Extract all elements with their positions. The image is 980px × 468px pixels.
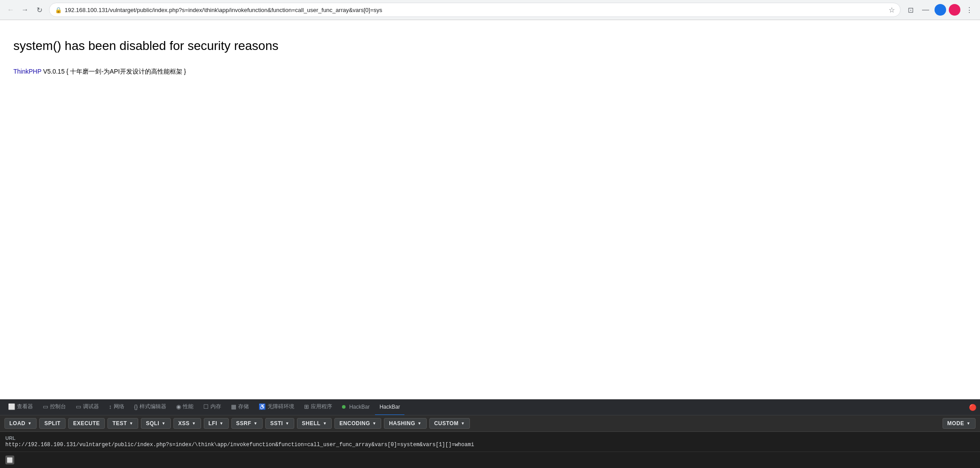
lfi-dropdown-arrow: ▼ bbox=[219, 421, 223, 426]
ssrf-label: SSRF bbox=[236, 420, 251, 427]
mode-dropdown-arrow: ▼ bbox=[967, 421, 971, 426]
hackbar-url-area: URL http://192.168.100.131/vulntarget/pu… bbox=[0, 432, 980, 452]
ssrf-dropdown-arrow: ▼ bbox=[254, 421, 258, 426]
tab-hackbar-ext[interactable]: HackBar bbox=[338, 399, 374, 415]
lfi-button[interactable]: LFI ▼ bbox=[204, 418, 229, 429]
test-dropdown-arrow: ▼ bbox=[129, 421, 133, 426]
tab-storage[interactable]: ▦ 存储 bbox=[226, 399, 253, 415]
inspector-icon: ⬜ bbox=[8, 403, 15, 410]
thinkphp-version: V5.0.15 { 十年磨一剑-为API开发设计的高性能框架 } bbox=[41, 68, 186, 75]
profile-avatar[interactable] bbox=[935, 4, 946, 16]
error-title: system() has been disabled for security … bbox=[13, 38, 967, 54]
tab-performance-label: 性能 bbox=[183, 403, 194, 410]
hackbar-bottom-icon: ⬜ bbox=[5, 456, 14, 464]
hackbar-toolbar: LOAD ▼ SPLIT EXECUTE TEST ▼ SQLI ▼ XSS ▼… bbox=[0, 415, 980, 432]
tab-debugger-label: 调试器 bbox=[83, 403, 99, 410]
thinkphp-link[interactable]: ThinkPHP bbox=[13, 68, 41, 75]
sqli-label: SQLI bbox=[146, 420, 159, 427]
network-icon: ↕ bbox=[109, 403, 112, 410]
encoding-button[interactable]: ENCODING ▼ bbox=[334, 418, 381, 429]
back-button[interactable]: ← bbox=[4, 4, 17, 16]
shell-label: SHELL bbox=[302, 420, 321, 427]
tab-debugger[interactable]: ▭ 调试器 bbox=[71, 399, 103, 415]
tab-console[interactable]: ▭ 控制台 bbox=[38, 399, 70, 415]
tab-memory[interactable]: ☐ 内存 bbox=[199, 399, 226, 415]
hashing-dropdown-arrow: ▼ bbox=[417, 421, 421, 426]
devtools-tabs: ⬜ 查看器 ▭ 控制台 ▭ 调试器 ↕ 网络 {} 样式编辑器 ◉ 性能 ☐ 内… bbox=[0, 399, 980, 415]
ssti-label: SSTI bbox=[270, 420, 283, 427]
reload-button[interactable]: ↻ bbox=[33, 4, 45, 16]
address-bar[interactable]: 🔒 192.168.100.131/vulntarget/public/inde… bbox=[49, 3, 901, 17]
tab-apps[interactable]: ⊞ 应用程序 bbox=[300, 399, 337, 415]
minimize-button[interactable]: — bbox=[919, 4, 932, 16]
sqli-dropdown-arrow: ▼ bbox=[161, 421, 165, 426]
hashing-button[interactable]: HASHING ▼ bbox=[384, 418, 426, 429]
tab-performance[interactable]: ◉ 性能 bbox=[172, 399, 198, 415]
tab-style-editor[interactable]: {} 样式编辑器 bbox=[130, 399, 171, 415]
tab-inspector[interactable]: ⬜ 查看器 bbox=[4, 399, 37, 415]
page-content: system() has been disabled for security … bbox=[0, 20, 980, 399]
browser-actions: ⊡ — ⋮ bbox=[904, 4, 976, 16]
hashing-label: HASHING bbox=[389, 420, 415, 427]
execute-button[interactable]: EXECUTE bbox=[68, 418, 105, 429]
accessibility-icon: ♿ bbox=[259, 403, 266, 410]
apps-icon: ⊞ bbox=[304, 403, 309, 410]
custom-label: CUSTOM bbox=[434, 420, 459, 427]
bookmark-icon[interactable]: ☆ bbox=[889, 6, 895, 14]
xss-button[interactable]: XSS ▼ bbox=[173, 418, 201, 429]
load-button[interactable]: LOAD ▼ bbox=[4, 418, 37, 429]
tab-storage-label: 存储 bbox=[238, 403, 249, 410]
load-label: LOAD bbox=[9, 420, 25, 427]
url-display: 192.168.100.131/vulntarget/public/index.… bbox=[65, 7, 886, 13]
performance-icon: ◉ bbox=[176, 403, 181, 410]
browser-toolbar: ← → ↻ 🔒 192.168.100.131/vulntarget/publi… bbox=[0, 0, 980, 20]
profile-avatar-2[interactable] bbox=[949, 4, 960, 16]
ssti-button[interactable]: SSTI ▼ bbox=[265, 418, 294, 429]
xss-dropdown-arrow: ▼ bbox=[192, 421, 196, 426]
tab-style-editor-label: 样式编辑器 bbox=[140, 403, 166, 410]
style-editor-icon: {} bbox=[134, 403, 138, 410]
ssti-dropdown-arrow: ▼ bbox=[285, 421, 289, 426]
tab-network-label: 网络 bbox=[114, 403, 124, 410]
devtools-panel: ⬜ 查看器 ▭ 控制台 ▭ 调试器 ↕ 网络 {} 样式编辑器 ◉ 性能 ☐ 内… bbox=[0, 399, 980, 468]
forward-button[interactable]: → bbox=[19, 4, 31, 16]
encoding-label: ENCODING bbox=[339, 420, 370, 427]
debugger-icon: ▭ bbox=[76, 403, 81, 410]
menu-icon: ⋮ bbox=[966, 6, 973, 14]
shell-button[interactable]: SHELL ▼ bbox=[297, 418, 332, 429]
shell-dropdown-arrow: ▼ bbox=[323, 421, 327, 426]
menu-button[interactable]: ⋮ bbox=[963, 4, 976, 16]
load-dropdown-arrow: ▼ bbox=[28, 421, 32, 426]
mode-label: MODE bbox=[947, 420, 964, 427]
test-label: TEST bbox=[112, 420, 127, 427]
tab-console-label: 控制台 bbox=[50, 403, 66, 410]
encoding-dropdown-arrow: ▼ bbox=[372, 421, 376, 426]
url-label: URL bbox=[5, 435, 975, 441]
split-button[interactable]: SPLIT bbox=[39, 418, 66, 429]
memory-icon: ☐ bbox=[203, 403, 209, 410]
tab-hackbar[interactable]: HackBar bbox=[375, 399, 404, 415]
url-value[interactable]: http://192.168.100.131/vulntarget/public… bbox=[5, 442, 975, 448]
ssrf-button[interactable]: SSRF ▼ bbox=[231, 418, 263, 429]
tab-accessibility[interactable]: ♿ 无障碍环境 bbox=[254, 399, 299, 415]
split-label: SPLIT bbox=[44, 420, 61, 427]
extensions-button[interactable]: ⊡ bbox=[904, 4, 917, 16]
tab-network[interactable]: ↕ 网络 bbox=[104, 399, 129, 415]
custom-button[interactable]: CUSTOM ▼ bbox=[429, 418, 470, 429]
lfi-label: LFI bbox=[209, 420, 218, 427]
nav-buttons: ← → ↻ bbox=[4, 4, 45, 16]
hackbar-bottom-bar: ⬜ bbox=[0, 452, 980, 468]
tab-accessibility-label: 无障碍环境 bbox=[268, 403, 294, 410]
storage-icon: ▦ bbox=[231, 403, 236, 410]
test-button[interactable]: TEST ▼ bbox=[107, 418, 138, 429]
hackbar-active-dot bbox=[342, 405, 346, 409]
thinkphp-info-line: ThinkPHP V5.0.15 { 十年磨一剑-为API开发设计的高性能框架 … bbox=[13, 67, 967, 76]
mode-button[interactable]: MODE ▼ bbox=[943, 418, 976, 429]
tab-hackbar-ext-label: HackBar bbox=[349, 404, 370, 410]
error-indicator: 🔴 bbox=[969, 404, 976, 411]
custom-dropdown-arrow: ▼ bbox=[461, 421, 465, 426]
sqli-button[interactable]: SQLI ▼ bbox=[141, 418, 170, 429]
tab-hackbar-label: HackBar bbox=[379, 404, 400, 410]
tab-memory-label: 内存 bbox=[210, 403, 221, 410]
browser-chrome: ← → ↻ 🔒 192.168.100.131/vulntarget/publi… bbox=[0, 0, 980, 20]
